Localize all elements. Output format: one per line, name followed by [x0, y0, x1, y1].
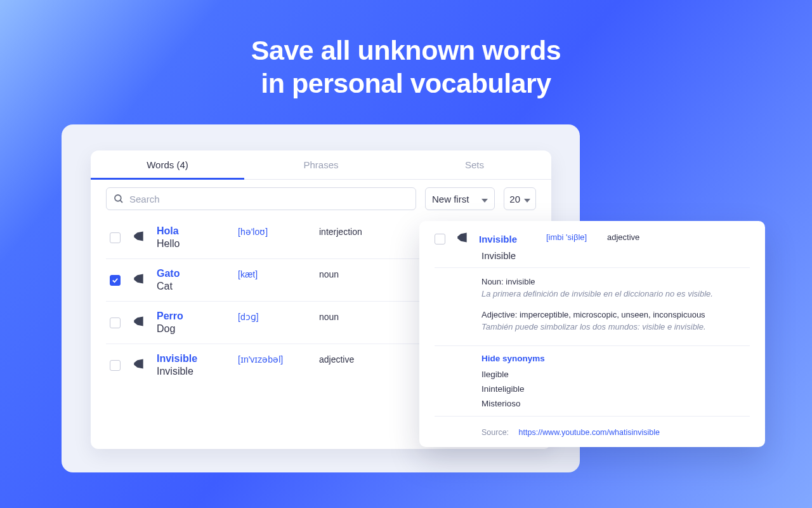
svg-rect-6	[458, 236, 459, 238]
synonym: Ininteligible	[481, 384, 750, 394]
svg-rect-3	[134, 277, 136, 279]
translation: Invisible	[157, 366, 233, 377]
phonetic: [dɔɡ]	[238, 312, 314, 322]
translation: Hello	[157, 238, 233, 250]
row-checkbox[interactable]	[110, 360, 121, 371]
hero-line-2: in personal vocabulary	[0, 67, 812, 100]
svg-rect-4	[134, 320, 136, 322]
svg-rect-2	[134, 235, 136, 237]
page-size-label: 20	[509, 194, 520, 204]
audio-icon[interactable]	[456, 231, 475, 246]
definition-example: También puede simbolizar los dos mundos:…	[481, 322, 750, 331]
search-field[interactable]	[106, 187, 416, 210]
svg-point-0	[115, 195, 121, 201]
synonym: Misterioso	[481, 399, 750, 408]
audio-icon[interactable]	[133, 358, 152, 373]
tab-phrases[interactable]: Phrases	[244, 150, 398, 179]
popover-translation: Invisible	[419, 250, 765, 267]
phonetic: [kæt]	[238, 269, 314, 279]
audio-icon[interactable]	[133, 272, 152, 288]
synonym: Ilegible	[481, 370, 750, 379]
phonetic: [hə'loʊ]	[238, 227, 314, 237]
popover-phonetic: [imbi 'siβle]	[546, 232, 603, 242]
hero-title: Save all unknown words in personal vocab…	[0, 34, 812, 100]
search-icon	[113, 193, 124, 204]
phonetic: [ɪn'vɪzəbəl]	[238, 354, 314, 364]
popover-word: Invisible	[479, 234, 542, 244]
source-row: Source: https://www.youtube.com/whatisin…	[419, 417, 765, 441]
audio-icon[interactable]	[133, 230, 152, 245]
translation: Cat	[157, 281, 233, 292]
controls-row: New first 20	[91, 180, 551, 214]
chevron-down-icon	[524, 194, 530, 204]
audio-icon[interactable]	[133, 315, 152, 330]
svg-rect-5	[134, 363, 136, 364]
hero-line-1: Save all unknown words	[0, 34, 812, 67]
search-input[interactable]	[129, 194, 409, 204]
source-link[interactable]: https://www.youtube.com/whatisinvisible	[519, 428, 660, 437]
tab-sets[interactable]: Sets	[398, 150, 551, 179]
sort-label: New first	[432, 194, 469, 204]
row-checkbox[interactable]	[110, 232, 121, 243]
row-checkbox[interactable]	[110, 318, 121, 328]
source-label: Source:	[481, 428, 509, 437]
row-checkbox[interactable]	[110, 275, 121, 286]
word: Invisible	[157, 353, 233, 364]
row-checkbox[interactable]	[435, 234, 445, 244]
popover-header: Invisible [imbi 'siβle] adjective	[419, 221, 765, 250]
svg-line-1	[120, 200, 122, 203]
word: Hola	[157, 225, 233, 237]
word-detail-popover: Invisible [imbi 'siβle] adjective Invisi…	[419, 221, 765, 447]
definition-example: La primera definición de invisible en el…	[481, 289, 750, 298]
synonyms-block: Hide synonyms Ilegible Ininteligible Mis…	[419, 346, 765, 416]
page-size-select[interactable]: 20	[504, 187, 536, 210]
definitions: Noun: invisible La primera definición de…	[419, 268, 765, 345]
hide-synonyms-link[interactable]: Hide synonyms	[481, 354, 545, 363]
promo-background: Save all unknown words in personal vocab…	[0, 0, 812, 508]
popover-pos: adjective	[607, 232, 750, 242]
tab-words[interactable]: Words (4)	[91, 150, 244, 179]
translation: Dog	[157, 323, 233, 335]
definition-title: Noun: invisible	[481, 277, 750, 286]
sort-select[interactable]: New first	[425, 187, 495, 210]
tabs: Words (4) Phrases Sets	[91, 150, 551, 180]
word: Gato	[157, 268, 233, 279]
word: Perro	[157, 311, 233, 322]
definition-title: Adjective: imperceptible, microscopic, u…	[481, 310, 750, 319]
chevron-down-icon	[481, 194, 488, 204]
